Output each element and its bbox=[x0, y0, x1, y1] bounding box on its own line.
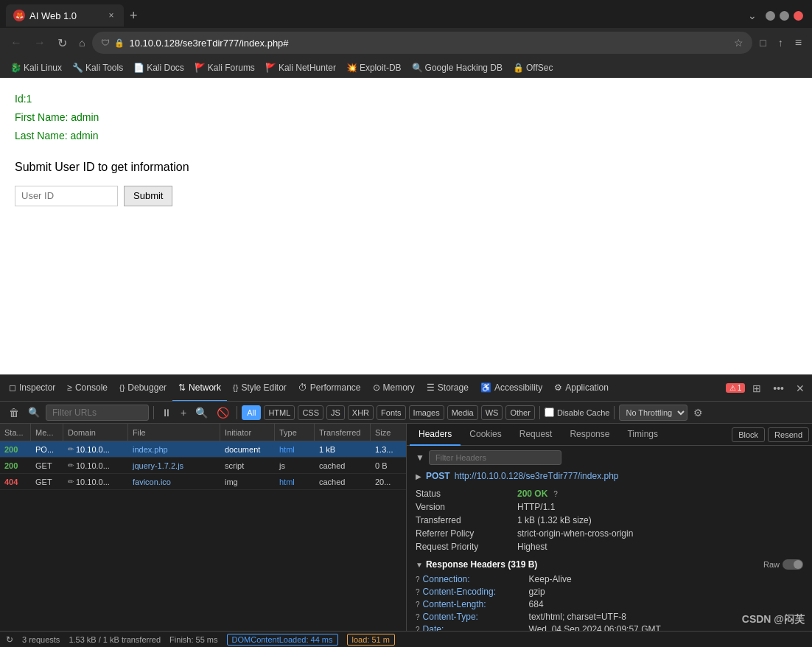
block-button[interactable]: Block bbox=[732, 427, 765, 442]
error-badge: ⚠ 1 bbox=[726, 383, 746, 393]
filter-media-button[interactable]: Media bbox=[447, 405, 478, 420]
offsec-favicon: 🔒 bbox=[513, 63, 524, 73]
bookmark-exploit-db[interactable]: 💥 Exploit-DB bbox=[342, 61, 406, 74]
table-row[interactable]: 200 PO... ✏10.10.0... index.php document… bbox=[0, 441, 406, 458]
table-row[interactable]: 404 GET ✏10.10.0... favicon.ico img html… bbox=[0, 474, 406, 490]
tab-close-icon[interactable]: × bbox=[106, 10, 116, 21]
tab-accessibility[interactable]: ♿ Accessibility bbox=[475, 375, 548, 402]
resp-tab-timings[interactable]: Timings bbox=[618, 424, 667, 446]
filter-headers-input[interactable] bbox=[429, 450, 561, 465]
bookmark-kali-forums[interactable]: 🚩 Kali Forums bbox=[190, 61, 259, 74]
share-button[interactable]: ↑ bbox=[774, 34, 788, 52]
tab-title: AI Web 1.0 bbox=[29, 10, 102, 21]
browser-tab[interactable]: 🦊 AI Web 1.0 × bbox=[6, 4, 124, 27]
col-file-header: File bbox=[128, 424, 220, 441]
filter-css-button[interactable]: CSS bbox=[298, 405, 323, 420]
date-help-icon[interactable]: ? bbox=[416, 626, 420, 631]
filter-other-button[interactable]: Other bbox=[505, 405, 535, 420]
clear-requests-button[interactable]: 🗑 bbox=[6, 405, 22, 420]
filter-all-button[interactable]: All bbox=[242, 405, 261, 420]
row1-status: 200 bbox=[0, 445, 31, 454]
forward-button[interactable]: → bbox=[29, 33, 50, 52]
status-help-icon[interactable]: ? bbox=[553, 490, 558, 498]
filter-images-button[interactable]: Images bbox=[409, 405, 444, 420]
bookmark-kali-tools[interactable]: 🔧 Kali Tools bbox=[68, 61, 127, 74]
bookmark-kali-linux[interactable]: 🐉 Kali Linux bbox=[6, 61, 66, 74]
address-bar[interactable]: 🛡 🔒 ☆ bbox=[92, 32, 752, 54]
resp-tab-request[interactable]: Request bbox=[511, 424, 561, 446]
filter-urls-input[interactable] bbox=[46, 405, 149, 421]
filter-xhr-button[interactable]: XHR bbox=[348, 405, 374, 420]
devtools-split-button[interactable]: ⊞ bbox=[748, 380, 766, 397]
bookmark-offsec[interactable]: 🔒 OffSec bbox=[508, 61, 557, 74]
network-label: Network bbox=[189, 382, 221, 393]
add-filter-button[interactable]: + bbox=[178, 405, 189, 420]
type-help-icon[interactable]: ? bbox=[416, 613, 420, 621]
close-button[interactable] bbox=[794, 11, 803, 21]
network-table-header: Sta... Me... Domain File Initiator Type … bbox=[0, 424, 406, 441]
search-button[interactable]: 🔍 bbox=[192, 405, 211, 420]
row2-status: 200 bbox=[0, 461, 31, 470]
filter-fonts-button[interactable]: Fonts bbox=[377, 405, 406, 420]
tab-performance[interactable]: ⏱ Performance bbox=[293, 375, 367, 402]
storage-label: Storage bbox=[438, 382, 469, 393]
resp-tab-response[interactable]: Response bbox=[561, 424, 618, 446]
bookmark-star-icon[interactable]: ☆ bbox=[734, 37, 743, 49]
response-headers-section: ▼ Response Headers (319 B) Raw ? Connect… bbox=[416, 559, 803, 631]
row1-type: html bbox=[275, 445, 315, 454]
maximize-button[interactable] bbox=[780, 11, 789, 21]
resp-tab-headers[interactable]: Headers bbox=[410, 424, 461, 446]
network-table-area: Sta... Me... Domain File Initiator Type … bbox=[0, 424, 407, 631]
home-button[interactable]: ⌂ bbox=[74, 34, 89, 52]
encoding-help-icon[interactable]: ? bbox=[416, 588, 420, 596]
tab-memory[interactable]: ⊙ Memory bbox=[367, 375, 421, 402]
search-network-button[interactable]: 🔍 bbox=[25, 405, 43, 419]
bookmark-kali-docs[interactable]: 📄 Kali Docs bbox=[129, 61, 189, 74]
filter-js-button[interactable]: JS bbox=[326, 405, 345, 420]
tab-list-button[interactable]: ⌄ bbox=[742, 10, 763, 21]
new-tab-button[interactable]: + bbox=[124, 8, 144, 24]
back-button[interactable]: ← bbox=[6, 33, 27, 52]
tab-debugger[interactable]: {} Debugger bbox=[113, 375, 172, 402]
disable-cache-label[interactable]: Disable Cache bbox=[545, 408, 610, 417]
devtools-more-button[interactable]: ••• bbox=[769, 380, 788, 397]
bookmark-kali-nethunter[interactable]: 🚩 Kali NetHunter bbox=[261, 61, 340, 74]
minimize-button[interactable] bbox=[766, 11, 775, 21]
tab-style-editor[interactable]: {} Style Editor bbox=[227, 375, 293, 402]
reload-button[interactable]: ↻ bbox=[53, 33, 71, 53]
bookmark-google-hacking[interactable]: 🔍 Google Hacking DB bbox=[407, 61, 507, 74]
connection-help-icon[interactable]: ? bbox=[416, 576, 420, 584]
kali-tools-favicon: 🔧 bbox=[72, 63, 83, 73]
menu-button[interactable]: ≡ bbox=[791, 33, 806, 52]
request-triangle-icon[interactable]: ▶ bbox=[416, 472, 421, 480]
tab-application[interactable]: ⚙ Application bbox=[548, 375, 615, 402]
filter-ws-button[interactable]: WS bbox=[481, 405, 503, 420]
containers-button[interactable]: □ bbox=[755, 34, 770, 52]
network-settings-button[interactable]: ⚙ bbox=[690, 405, 706, 420]
throttle-select[interactable]: No Throttling Slow 3G Fast 3G Offline bbox=[619, 405, 687, 421]
disable-cache-checkbox[interactable] bbox=[545, 408, 554, 417]
address-input[interactable] bbox=[129, 38, 729, 49]
tab-storage[interactable]: ☰ Storage bbox=[421, 375, 475, 402]
resend-button[interactable]: Resend bbox=[768, 427, 809, 442]
pause-recording-button[interactable]: ⏸ bbox=[158, 405, 175, 420]
length-help-icon[interactable]: ? bbox=[416, 601, 420, 609]
application-icon: ⚙ bbox=[554, 382, 562, 393]
resp-tab-cookies[interactable]: Cookies bbox=[461, 424, 510, 446]
tab-network[interactable]: ⇅ Network bbox=[172, 375, 227, 402]
raw-toggle[interactable] bbox=[783, 559, 803, 570]
user-id-input[interactable] bbox=[15, 186, 118, 206]
connection-key: Connection: bbox=[423, 574, 526, 584]
content-encoding-value: gzip bbox=[529, 587, 545, 597]
tab-inspector[interactable]: ◻ Inspector bbox=[3, 375, 61, 402]
submit-button[interactable]: Submit bbox=[124, 186, 172, 206]
table-row[interactable]: 200 GET ✏10.10.0... jquery-1.7.2.js scri… bbox=[0, 458, 406, 474]
resp-headers-arrow-icon[interactable]: ▼ bbox=[416, 561, 423, 569]
clear-all-button[interactable]: 🚫 bbox=[214, 405, 232, 420]
request-method-badge: POST bbox=[426, 471, 450, 481]
row1-domain: ✏10.10.0... bbox=[63, 445, 128, 454]
tab-console[interactable]: ≥ Console bbox=[61, 375, 113, 402]
devtools-close-button[interactable]: ✕ bbox=[791, 380, 809, 397]
kali-docs-favicon: 📄 bbox=[133, 63, 144, 73]
filter-html-button[interactable]: HTML bbox=[264, 405, 295, 420]
